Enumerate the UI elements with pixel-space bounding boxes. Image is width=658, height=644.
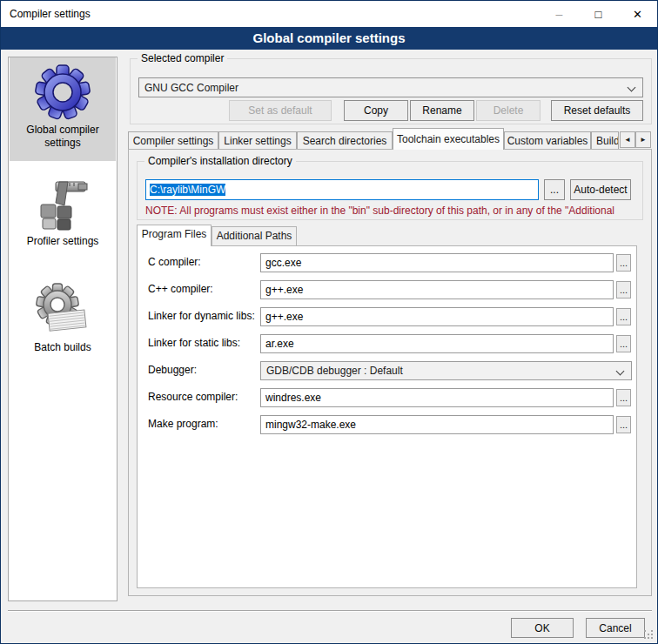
window-title: Compiler settings — [10, 1, 91, 27]
field-label: C compiler: — [148, 256, 201, 268]
debugger-select[interactable]: GDB/CDB debugger : Default — [260, 361, 632, 380]
tab-scroll-left-icon[interactable]: ◄ — [620, 131, 635, 148]
cpp-compiler-input[interactable] — [260, 280, 614, 299]
browse-c-compiler-button[interactable]: ... — [616, 254, 631, 272]
note-text: NOTE: All programs must exist either in … — [145, 205, 638, 217]
chevron-down-icon — [628, 84, 636, 92]
field-label: Linker for static libs: — [148, 337, 240, 349]
browse-directory-button[interactable]: ... — [544, 179, 565, 200]
titlebar: Compiler settings – □ ✕ — [1, 1, 657, 27]
tab-scroll-right-icon[interactable]: ► — [635, 131, 651, 148]
caliper-cubes-icon — [35, 176, 91, 231]
field-label: Debugger: — [148, 364, 197, 376]
subtab-program-files[interactable]: Program Files — [137, 225, 212, 246]
window-controls: – □ ✕ — [540, 1, 657, 27]
maximize-icon[interactable]: □ — [579, 1, 618, 27]
field-row-debugger: Debugger: GDB/CDB debugger : Default — [138, 361, 636, 380]
c-compiler-input[interactable] — [260, 253, 614, 272]
browse-make-program-button[interactable]: ... — [616, 416, 631, 433]
field-row-cpp-compiler: C++ compiler: ... — [138, 280, 636, 299]
group-label: Compiler's installation directory — [144, 155, 296, 167]
ok-button[interactable]: OK — [511, 618, 574, 638]
field-label: C++ compiler: — [148, 283, 213, 295]
field-row-linker-static: Linker for static libs: ... — [138, 334, 636, 353]
sidebar-item-label: Profiler settings — [10, 231, 116, 248]
tab-compiler-settings[interactable]: Compiler settings — [128, 131, 218, 150]
gray-gear-stack-icon — [35, 282, 91, 338]
field-row-c-compiler: C compiler: ... — [138, 253, 636, 272]
blue-gear-icon — [35, 64, 91, 120]
minimize-icon[interactable]: – — [540, 1, 579, 27]
reset-defaults-button[interactable]: Reset defaults — [551, 100, 643, 121]
sidebar-item-global-compiler-settings[interactable]: Global compiler settings — [10, 57, 116, 161]
field-row-linker-dynamic: Linker for dynamic libs: ... — [138, 307, 636, 326]
browse-cpp-compiler-button[interactable]: ... — [616, 281, 631, 299]
settings-sidebar: Global compiler settings Profiler s — [8, 57, 118, 601]
tab-toolchain-executables[interactable]: Toolchain executables — [393, 128, 504, 150]
field-row-resource-compiler: Resource compiler: ... — [138, 388, 636, 407]
sidebar-item-label: Global compiler settings — [10, 120, 116, 150]
cancel-button[interactable]: Cancel — [586, 618, 645, 638]
set-as-default-button[interactable]: Set as default — [229, 100, 332, 121]
debugger-select-value: GDB/CDB debugger : Default — [266, 365, 403, 377]
field-label: Make program: — [148, 418, 218, 430]
footer-divider — [8, 610, 652, 612]
sidebar-item-profiler-settings[interactable]: Profiler settings — [10, 176, 116, 273]
selected-path-text: C:\raylib\MinGW — [150, 184, 225, 196]
linker-static-input[interactable] — [260, 334, 614, 353]
field-row-make-program: Make program: ... — [138, 415, 636, 434]
group-label: Selected compiler — [138, 52, 227, 64]
sidebar-item-batch-builds[interactable]: Batch builds — [10, 282, 116, 379]
tab-linker-settings[interactable]: Linker settings — [218, 131, 297, 150]
copy-button[interactable]: Copy — [344, 100, 408, 121]
compiler-settings-dialog: Compiler settings – □ ✕ Global compiler … — [0, 0, 658, 644]
rename-button[interactable]: Rename — [410, 100, 474, 121]
tab-custom-variables[interactable]: Custom variables — [504, 131, 591, 150]
auto-detect-button[interactable]: Auto-detect — [570, 179, 631, 200]
field-label: Resource compiler: — [148, 391, 238, 403]
program-files-page: C compiler: ... C++ compiler: ... Linker… — [137, 245, 637, 588]
subtab-additional-paths[interactable]: Additional Paths — [212, 226, 297, 245]
browse-linker-static-button[interactable]: ... — [616, 335, 631, 352]
browse-linker-dynamic-button[interactable]: ... — [616, 308, 631, 325]
resource-compiler-input[interactable] — [260, 388, 614, 407]
close-icon[interactable]: ✕ — [618, 1, 657, 27]
delete-button[interactable]: Delete — [476, 100, 540, 121]
resize-grip[interactable] — [646, 632, 655, 641]
tab-search-directories[interactable]: Search directories — [297, 131, 393, 150]
make-program-input[interactable] — [260, 415, 614, 434]
tab-build-options[interactable]: Build options — [591, 131, 619, 150]
sidebar-item-label: Batch builds — [10, 338, 116, 354]
compiler-select-value: GNU GCC Compiler — [144, 82, 238, 94]
installation-directory-input[interactable]: C:\raylib\MinGW — [145, 179, 539, 200]
linker-dynamic-input[interactable] — [260, 307, 614, 326]
page-title: Global compiler settings — [1, 27, 657, 50]
browse-resource-compiler-button[interactable]: ... — [616, 389, 631, 406]
chevron-down-icon — [616, 367, 625, 376]
compiler-select[interactable]: GNU GCC Compiler — [138, 77, 643, 97]
field-label: Linker for dynamic libs: — [148, 310, 255, 322]
